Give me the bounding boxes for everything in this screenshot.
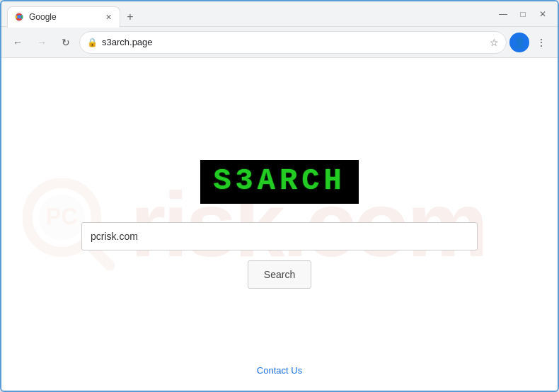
nav-bar: ← → ↻ 🔒 ☆ 👤 ⋮ xyxy=(1,27,558,58)
address-bar-container[interactable]: 🔒 ☆ xyxy=(79,31,507,54)
close-button[interactable]: ✕ xyxy=(534,6,552,22)
tab-close-button[interactable]: ✕ xyxy=(103,11,114,23)
window-controls: — □ ✕ xyxy=(494,6,552,22)
lock-icon: 🔒 xyxy=(87,38,98,47)
tab-strip: Google ✕ + xyxy=(7,1,140,27)
browser-window: Google ✕ + — □ ✕ ← → ↻ 🔒 ☆ 👤 ⋮ xyxy=(0,0,559,392)
minimize-button[interactable]: — xyxy=(494,6,512,22)
search-input[interactable] xyxy=(81,222,478,250)
search-button[interactable]: Search xyxy=(248,260,311,289)
bookmark-star-icon[interactable]: ☆ xyxy=(490,37,499,48)
menu-button[interactable]: ⋮ xyxy=(531,32,552,53)
address-input[interactable] xyxy=(102,37,485,47)
back-button[interactable]: ← xyxy=(7,32,28,53)
site-logo: S3ARCH xyxy=(200,160,358,204)
page-content: PC risk.com S3ARCH Search Contact Us xyxy=(1,58,558,391)
footer: Contact Us xyxy=(257,364,302,376)
nav-right: 👤 ⋮ xyxy=(509,32,552,53)
search-area: Search xyxy=(81,222,478,289)
tab-favicon xyxy=(13,11,25,23)
reload-button[interactable]: ↻ xyxy=(55,32,76,53)
profile-button[interactable]: 👤 xyxy=(509,33,529,52)
maximize-button[interactable]: □ xyxy=(514,6,532,22)
logo-container: S3ARCH xyxy=(200,160,358,209)
contact-us-link[interactable]: Contact Us xyxy=(257,365,302,376)
title-bar: Google ✕ + — □ ✕ xyxy=(1,1,558,27)
center-content: S3ARCH Search xyxy=(1,160,558,289)
active-tab[interactable]: Google ✕ xyxy=(7,6,120,28)
new-tab-button[interactable]: + xyxy=(120,7,140,27)
forward-button[interactable]: → xyxy=(31,32,52,53)
tab-title: Google xyxy=(29,12,98,22)
title-bar-left: Google ✕ + xyxy=(7,1,484,27)
